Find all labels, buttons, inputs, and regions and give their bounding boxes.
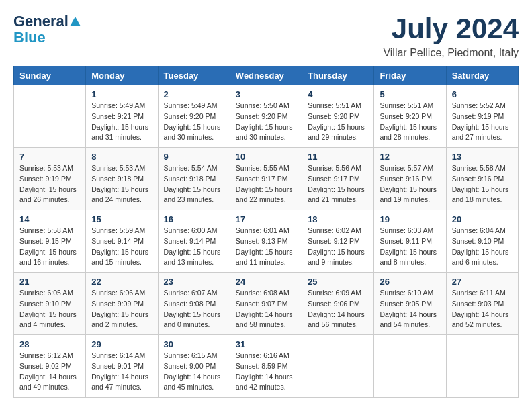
day-number: 29 <box>91 339 152 349</box>
calendar-cell <box>302 335 374 398</box>
day-number: 15 <box>91 214 152 224</box>
day-number: 16 <box>164 214 224 224</box>
calendar-cell: 25 Sunrise: 6:09 AM Sunset: 9:06 PM Dayl… <box>302 273 374 335</box>
calendar-cell <box>446 335 518 398</box>
calendar-header-monday: Monday <box>86 66 158 85</box>
calendar-cell: 1 Sunrise: 5:49 AM Sunset: 9:21 PM Dayli… <box>86 85 158 148</box>
title-section: July 2024 Villar Pellice, Piedmont, Ital… <box>383 13 519 59</box>
calendar-cell: 18 Sunrise: 6:02 AM Sunset: 9:12 PM Dayl… <box>302 210 374 273</box>
day-number: 14 <box>19 214 80 224</box>
day-info: Sunrise: 5:55 AM Sunset: 9:17 PM Dayligh… <box>236 163 296 205</box>
calendar-cell: 14 Sunrise: 5:58 AM Sunset: 9:15 PM Dayl… <box>14 210 86 273</box>
day-number: 20 <box>452 214 513 224</box>
logo-icon <box>70 17 81 26</box>
day-number: 18 <box>308 214 368 224</box>
day-info: Sunrise: 6:16 AM Sunset: 8:59 PM Dayligh… <box>236 351 296 393</box>
calendar-cell: 29 Sunrise: 6:14 AM Sunset: 9:01 PM Dayl… <box>86 335 158 398</box>
day-info: Sunrise: 6:04 AM Sunset: 9:10 PM Dayligh… <box>452 226 513 268</box>
calendar-cell: 16 Sunrise: 6:00 AM Sunset: 9:14 PM Dayl… <box>158 210 230 273</box>
day-info: Sunrise: 5:51 AM Sunset: 9:20 PM Dayligh… <box>308 101 368 143</box>
day-number: 9 <box>164 152 224 162</box>
day-info: Sunrise: 6:08 AM Sunset: 9:07 PM Dayligh… <box>236 288 296 330</box>
day-number: 6 <box>452 89 513 99</box>
day-number: 19 <box>380 214 440 224</box>
calendar-cell: 12 Sunrise: 5:57 AM Sunset: 9:16 PM Dayl… <box>374 148 446 210</box>
day-info: Sunrise: 6:10 AM Sunset: 9:05 PM Dayligh… <box>380 288 440 330</box>
day-number: 22 <box>91 277 152 287</box>
day-number: 4 <box>308 89 368 99</box>
calendar-header-row: SundayMondayTuesdayWednesdayThursdayFrid… <box>14 66 519 85</box>
page-header: General Blue July 2024 Villar Pellice, P… <box>13 13 519 59</box>
calendar-week-1: 1 Sunrise: 5:49 AM Sunset: 9:21 PM Dayli… <box>14 85 519 148</box>
calendar-header-sunday: Sunday <box>14 66 86 85</box>
day-info: Sunrise: 5:49 AM Sunset: 9:20 PM Dayligh… <box>164 101 224 143</box>
calendar-cell: 11 Sunrise: 5:56 AM Sunset: 9:17 PM Dayl… <box>302 148 374 210</box>
day-number: 8 <box>91 152 152 162</box>
day-info: Sunrise: 6:11 AM Sunset: 9:03 PM Dayligh… <box>452 288 513 330</box>
day-number: 1 <box>91 89 152 99</box>
day-number: 3 <box>236 89 296 99</box>
calendar-header-thursday: Thursday <box>302 66 374 85</box>
day-info: Sunrise: 6:06 AM Sunset: 9:09 PM Dayligh… <box>91 288 152 330</box>
day-info: Sunrise: 6:00 AM Sunset: 9:14 PM Dayligh… <box>164 226 224 268</box>
day-number: 24 <box>236 277 296 287</box>
calendar-cell: 19 Sunrise: 6:03 AM Sunset: 9:11 PM Dayl… <box>374 210 446 273</box>
calendar-cell: 2 Sunrise: 5:49 AM Sunset: 9:20 PM Dayli… <box>158 85 230 148</box>
day-info: Sunrise: 5:52 AM Sunset: 9:19 PM Dayligh… <box>452 101 513 143</box>
day-info: Sunrise: 5:51 AM Sunset: 9:20 PM Dayligh… <box>380 101 440 143</box>
calendar-cell: 30 Sunrise: 6:15 AM Sunset: 9:00 PM Dayl… <box>158 335 230 398</box>
day-number: 30 <box>164 339 224 349</box>
calendar-header-wednesday: Wednesday <box>230 66 302 85</box>
calendar-cell: 21 Sunrise: 6:05 AM Sunset: 9:10 PM Dayl… <box>14 273 86 335</box>
calendar-cell: 20 Sunrise: 6:04 AM Sunset: 9:10 PM Dayl… <box>446 210 518 273</box>
day-info: Sunrise: 6:15 AM Sunset: 9:00 PM Dayligh… <box>164 351 224 393</box>
day-number: 21 <box>19 277 80 287</box>
calendar-cell: 6 Sunrise: 5:52 AM Sunset: 9:19 PM Dayli… <box>446 85 518 148</box>
calendar-cell: 26 Sunrise: 6:10 AM Sunset: 9:05 PM Dayl… <box>374 273 446 335</box>
day-number: 12 <box>380 152 440 162</box>
calendar-cell: 8 Sunrise: 5:53 AM Sunset: 9:18 PM Dayli… <box>86 148 158 210</box>
calendar-cell: 22 Sunrise: 6:06 AM Sunset: 9:09 PM Dayl… <box>86 273 158 335</box>
calendar-cell: 5 Sunrise: 5:51 AM Sunset: 9:20 PM Dayli… <box>374 85 446 148</box>
day-info: Sunrise: 5:53 AM Sunset: 9:18 PM Dayligh… <box>91 163 152 205</box>
day-info: Sunrise: 5:53 AM Sunset: 9:19 PM Dayligh… <box>19 163 80 205</box>
calendar-header-tuesday: Tuesday <box>158 66 230 85</box>
day-info: Sunrise: 6:03 AM Sunset: 9:11 PM Dayligh… <box>380 226 440 268</box>
location-title: Villar Pellice, Piedmont, Italy <box>383 47 519 59</box>
calendar-cell: 27 Sunrise: 6:11 AM Sunset: 9:03 PM Dayl… <box>446 273 518 335</box>
day-info: Sunrise: 5:59 AM Sunset: 9:14 PM Dayligh… <box>91 226 152 268</box>
day-number: 25 <box>308 277 368 287</box>
calendar-cell: 23 Sunrise: 6:07 AM Sunset: 9:08 PM Dayl… <box>158 273 230 335</box>
day-info: Sunrise: 5:56 AM Sunset: 9:17 PM Dayligh… <box>308 163 368 205</box>
calendar-week-5: 28 Sunrise: 6:12 AM Sunset: 9:02 PM Dayl… <box>14 335 519 398</box>
day-info: Sunrise: 6:07 AM Sunset: 9:08 PM Dayligh… <box>164 288 224 330</box>
day-info: Sunrise: 6:14 AM Sunset: 9:01 PM Dayligh… <box>91 351 152 393</box>
day-info: Sunrise: 6:05 AM Sunset: 9:10 PM Dayligh… <box>19 288 80 330</box>
day-number: 31 <box>236 339 296 349</box>
day-info: Sunrise: 5:58 AM Sunset: 9:15 PM Dayligh… <box>19 226 80 268</box>
calendar-cell <box>374 335 446 398</box>
day-info: Sunrise: 6:09 AM Sunset: 9:06 PM Dayligh… <box>308 288 368 330</box>
day-info: Sunrise: 6:02 AM Sunset: 9:12 PM Dayligh… <box>308 226 368 268</box>
calendar-cell <box>14 85 86 148</box>
day-info: Sunrise: 5:49 AM Sunset: 9:21 PM Dayligh… <box>91 101 152 143</box>
day-info: Sunrise: 5:58 AM Sunset: 9:16 PM Dayligh… <box>452 163 513 205</box>
day-info: Sunrise: 5:54 AM Sunset: 9:18 PM Dayligh… <box>164 163 224 205</box>
calendar-cell: 31 Sunrise: 6:16 AM Sunset: 8:59 PM Dayl… <box>230 335 302 398</box>
calendar-cell: 24 Sunrise: 6:08 AM Sunset: 9:07 PM Dayl… <box>230 273 302 335</box>
calendar-cell: 17 Sunrise: 6:01 AM Sunset: 9:13 PM Dayl… <box>230 210 302 273</box>
logo: General Blue <box>13 13 81 46</box>
day-number: 28 <box>19 339 80 349</box>
calendar-cell: 13 Sunrise: 5:58 AM Sunset: 9:16 PM Dayl… <box>446 148 518 210</box>
calendar-cell: 9 Sunrise: 5:54 AM Sunset: 9:18 PM Dayli… <box>158 148 230 210</box>
logo-text-general: General <box>13 13 69 30</box>
logo-text-blue: Blue <box>13 30 46 46</box>
day-number: 23 <box>164 277 224 287</box>
day-number: 27 <box>452 277 513 287</box>
calendar-header-saturday: Saturday <box>446 66 518 85</box>
calendar-cell: 15 Sunrise: 5:59 AM Sunset: 9:14 PM Dayl… <box>86 210 158 273</box>
day-number: 7 <box>19 152 80 162</box>
day-number: 26 <box>380 277 440 287</box>
calendar-week-4: 21 Sunrise: 6:05 AM Sunset: 9:10 PM Dayl… <box>14 273 519 335</box>
calendar-week-2: 7 Sunrise: 5:53 AM Sunset: 9:19 PM Dayli… <box>14 148 519 210</box>
